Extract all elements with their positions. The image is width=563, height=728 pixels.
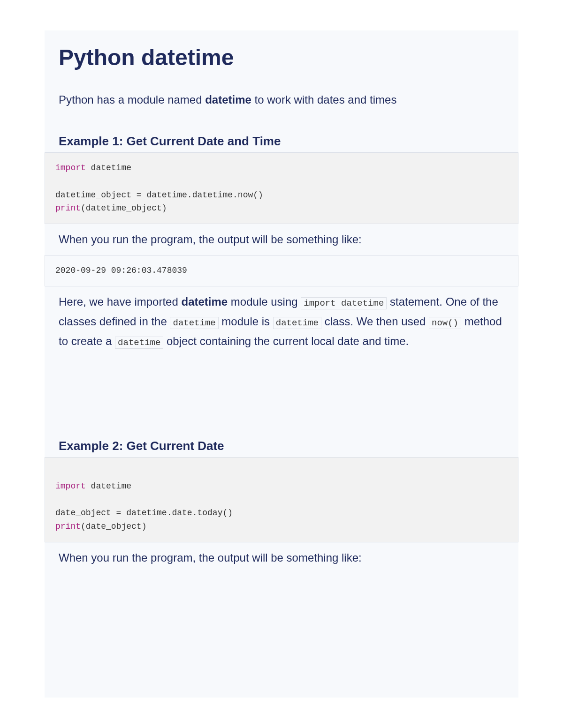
- code-text: (datetime_object): [81, 203, 167, 213]
- inline-code: datetime: [170, 317, 218, 329]
- spacer: [45, 357, 518, 439]
- example1-output-block: 2020-09-29 09:26:03.478039: [45, 255, 518, 286]
- example1-code-block: import datetime datetime_object = dateti…: [45, 152, 518, 224]
- code-text: datetime_object = datetime.datetime.now(…: [55, 190, 263, 200]
- document-page: Python datetime Python has a module name…: [45, 30, 518, 698]
- intro-text-post: to work with dates and times: [251, 93, 396, 106]
- example1-heading: Example 1: Get Current Date and Time: [45, 134, 518, 149]
- code-keyword: print: [55, 522, 81, 531]
- intro-paragraph: Python has a module named datetime to wo…: [45, 91, 518, 108]
- explain-text: class. We then used: [321, 315, 429, 328]
- output-intro-text: When you run the program, the output wil…: [45, 224, 518, 255]
- explain-text: object containing the current local date…: [163, 335, 409, 347]
- intro-bold: datetime: [205, 93, 251, 106]
- example2-heading: Example 2: Get Current Date: [45, 439, 518, 453]
- inline-code: datetime: [115, 337, 163, 349]
- code-text: (date_object): [81, 522, 146, 531]
- example1-explanation: Here, we have imported datetime module u…: [45, 286, 518, 357]
- code-text: date_object = datetime.date.today(): [55, 508, 233, 518]
- code-text: datetime: [86, 163, 131, 173]
- inline-code: now(): [429, 317, 461, 329]
- page-title: Python datetime: [45, 45, 518, 70]
- output-intro-text: When you run the program, the output wil…: [45, 542, 518, 573]
- inline-code: import datetime: [301, 297, 387, 309]
- inline-code: datetime: [273, 317, 321, 329]
- code-keyword: print: [55, 203, 81, 213]
- explain-bold: datetime: [181, 295, 228, 308]
- intro-text-pre: Python has a module named: [59, 93, 205, 106]
- explain-text: Here, we have imported: [59, 295, 181, 308]
- code-text: datetime: [86, 481, 131, 491]
- example2-code-block: import datetime date_object = datetime.d…: [45, 457, 518, 542]
- code-keyword: import: [55, 163, 86, 173]
- code-keyword: import: [55, 481, 86, 491]
- explain-text: module is: [219, 315, 273, 328]
- explain-text: module using: [228, 295, 301, 308]
